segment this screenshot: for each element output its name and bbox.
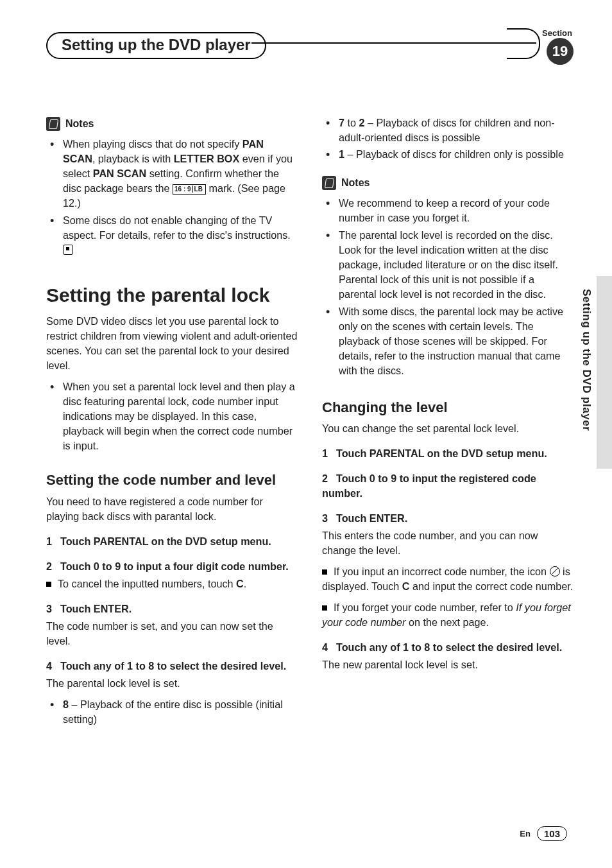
right-column: 7 to 2 – Playback of discs for children …: [322, 113, 574, 729]
step-text: Touch PARENTAL on the DVD setup menu.: [336, 447, 547, 459]
page-number: 103: [537, 826, 567, 841]
header-rule: [251, 42, 536, 44]
text-bold: 8: [63, 699, 69, 710]
left-column: Notes When playing discs that do not spe…: [46, 113, 298, 729]
page-header: Section Setting up the DVD player 19: [46, 32, 574, 62]
list-item: When you set a parental lock level and t…: [46, 379, 298, 453]
section-label: Section: [542, 28, 572, 38]
text: If you forget your code number, refer to: [334, 602, 516, 613]
note-icon: [46, 117, 60, 131]
text-bold: LETTER BOX: [174, 153, 240, 164]
step-text: Touch ENTER.: [336, 512, 407, 524]
text: 16 : 9: [174, 186, 191, 193]
note-icon: [322, 176, 336, 190]
step-text: Touch ENTER.: [60, 603, 132, 614]
paragraph: The parental lock level is set.: [46, 676, 298, 691]
heading-parental-lock: Setting the parental lock: [46, 282, 298, 309]
text-bold: C: [236, 578, 244, 589]
text: .: [244, 578, 247, 589]
text-bold: C: [402, 580, 410, 592]
text: – Playback of discs for children only is…: [344, 148, 564, 160]
heading-code-level: Setting the code number and level: [46, 470, 298, 490]
step-3: 3Touch ENTER.: [322, 511, 574, 526]
step-text: Touch any of 1 to 8 to select the desire…: [336, 641, 562, 653]
paragraph: The new parental lock level is set.: [322, 657, 574, 672]
step-note: If you forget your code number, refer to…: [322, 600, 574, 630]
step-2: 2Touch 0 to 9 to input the registered co…: [322, 471, 574, 501]
level-list-cont: 7 to 2 – Playback of discs for children …: [322, 116, 574, 162]
list-item: We recommend to keep a record of your co…: [322, 196, 574, 225]
paragraph: You can change the set parental lock lev…: [322, 421, 574, 436]
text: Some discs do not enable changing of the…: [63, 214, 291, 241]
text: – Playback of discs for children and non…: [339, 117, 555, 143]
notes-list: We recommend to keep a record of your co…: [322, 196, 574, 378]
section-number-badge: 19: [547, 38, 574, 65]
square-bullet-icon: [46, 582, 51, 587]
text: on the next page.: [405, 616, 489, 628]
notes-heading: Notes: [322, 176, 574, 191]
text: If you input an incorrect code number, t…: [334, 566, 550, 577]
info-list: When you set a parental lock level and t…: [46, 379, 298, 453]
notes-heading: Notes: [46, 117, 298, 132]
text: LB: [192, 186, 204, 193]
text-bold: PAN SCAN: [93, 168, 146, 179]
step-note: To cancel the inputted numbers, touch C.: [46, 577, 298, 591]
step-text: Touch 0 to 9 to input the registered cod…: [322, 473, 536, 499]
text-bold: 2: [359, 117, 365, 128]
list-item: 1 – Playback of discs for children only …: [322, 147, 574, 162]
notes-label: Notes: [65, 117, 94, 132]
level-list: 8 – Playback of the entire disc is possi…: [46, 697, 298, 727]
step-2: 2Touch 0 to 9 to input a four digit code…: [46, 559, 298, 574]
step-text: Touch PARENTAL on the DVD setup menu.: [60, 535, 271, 547]
step-4: 4Touch any of 1 to 8 to select the desir…: [46, 659, 298, 673]
prohibit-icon: [550, 566, 560, 577]
text: to: [344, 117, 359, 128]
list-item: The parental lock level is recorded on t…: [322, 228, 574, 302]
heading-changing-level: Changing the level: [322, 397, 574, 417]
stop-icon: [63, 245, 73, 255]
list-item: When playing discs that do not specify P…: [46, 137, 298, 211]
step-3: 3Touch ENTER.: [46, 602, 298, 616]
list-item: 7 to 2 – Playback of discs for children …: [322, 116, 574, 145]
notes-list: When playing discs that do not specify P…: [46, 137, 298, 257]
list-item: With some discs, the parental lock may b…: [322, 304, 574, 378]
paragraph: You need to have registered a code numbe…: [46, 494, 298, 524]
text: To cancel the inputted numbers, touch: [58, 578, 236, 589]
list-item: Some discs do not enable changing of the…: [46, 213, 298, 257]
notes-label: Notes: [341, 176, 370, 191]
page-title: Setting up the DVD player: [46, 32, 266, 59]
step-note: If you input an incorrect code number, t…: [322, 564, 574, 594]
step-text: Touch any of 1 to 8 to select the desire…: [60, 660, 286, 672]
page-footer: En 103: [520, 826, 567, 841]
text: and input the correct code number.: [410, 580, 574, 592]
text: When playing discs that do not specify: [63, 138, 242, 150]
language-label: En: [520, 829, 531, 838]
text: – Playback of the entire disc is possibl…: [63, 699, 283, 725]
text: , playback is with: [92, 153, 174, 164]
side-tab-bg: [597, 276, 612, 469]
step-1: 1Touch PARENTAL on the DVD setup menu.: [46, 534, 298, 549]
text-bold: 7: [339, 117, 344, 128]
paragraph: This enters the code number, and you can…: [322, 528, 574, 558]
side-tab-label: Setting up the DVD player: [580, 289, 593, 431]
aspect-mark-icon: 16 : 9LB: [173, 184, 206, 195]
step-4: 4Touch any of 1 to 8 to select the desir…: [322, 640, 574, 655]
square-bullet-icon: [322, 569, 327, 575]
square-bullet-icon: [322, 605, 327, 611]
text-bold: 1: [339, 148, 344, 160]
step-text: Touch 0 to 9 to input a four digit code …: [60, 560, 289, 572]
paragraph: The code number is set, and you can now …: [46, 619, 298, 648]
list-item: 8 – Playback of the entire disc is possi…: [46, 697, 298, 727]
step-1: 1Touch PARENTAL on the DVD setup menu.: [322, 446, 574, 461]
paragraph: Some DVD video discs let you use parenta…: [46, 314, 298, 373]
